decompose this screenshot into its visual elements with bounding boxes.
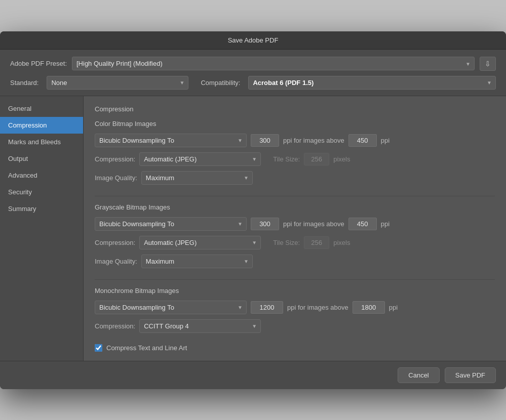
color-compression-row: Compression: Automatic (JPEG) ▼ Tile Siz… — [95, 152, 495, 166]
grayscale-bitmap-section: Grayscale Bitmap Images Bicubic Downsamp… — [95, 203, 495, 268]
color-ppi-above-input[interactable] — [348, 134, 377, 147]
sidebar-item-security[interactable]: Security — [0, 184, 83, 200]
sidebar-item-marks-bleeds[interactable]: Marks and Bleeds — [0, 134, 83, 150]
sidebar-item-summary[interactable]: Summary — [0, 200, 83, 217]
color-quality-row: Image Quality: Maximum ▼ — [95, 171, 495, 185]
compatibility-label: Compatibility: — [201, 79, 240, 87]
sidebar-item-general[interactable]: General — [0, 100, 83, 117]
sidebar-item-compression[interactable]: Compression — [0, 117, 83, 134]
compress-text-label: Compress Text and Line Art — [106, 344, 187, 352]
grayscale-compression-label: Compression: — [95, 239, 135, 246]
monochrome-compression-label: Compression: — [95, 322, 135, 330]
monochrome-downsampling-select[interactable]: Bicubic Downsampling To — [95, 301, 247, 314]
save-pdf-dialog: Save Adobe PDF Adobe PDF Preset: [High Q… — [0, 31, 506, 389]
dialog-title: Save Adobe PDF — [228, 36, 279, 44]
monochrome-downsampling-row: Bicubic Downsampling To ▼ ppi for images… — [95, 301, 495, 314]
sidebar-item-output[interactable]: Output — [0, 150, 83, 167]
grayscale-quality-label: Image Quality: — [95, 258, 137, 265]
color-tile-label: Tile Size: — [273, 155, 300, 163]
color-ppi-label: ppi — [381, 137, 390, 144]
sidebar-item-advanced[interactable]: Advanced — [0, 167, 83, 184]
color-tile-input — [304, 153, 329, 165]
grayscale-downsampling-row: Bicubic Downsampling To ▼ ppi for images… — [95, 217, 495, 231]
grayscale-ppi-input[interactable] — [251, 218, 279, 230]
grayscale-tile-label: Tile Size: — [273, 239, 300, 246]
monochrome-compression-select[interactable]: CCITT Group 4 — [139, 319, 261, 333]
color-ppi-above-label: ppi for images above — [283, 137, 344, 144]
preset-select[interactable]: [High Quality Print] (Modified) — [72, 57, 475, 70]
color-quality-select[interactable]: Maximum — [141, 171, 253, 185]
monochrome-ppi-label: ppi — [389, 304, 398, 311]
grayscale-compression-row: Compression: Automatic (JPEG) ▼ Tile Siz… — [95, 236, 495, 249]
monochrome-bitmap-section: Monochrome Bitmap Images Bicubic Downsam… — [95, 287, 495, 333]
color-compression-select[interactable]: Automatic (JPEG) — [139, 152, 261, 166]
grayscale-quality-row: Image Quality: Maximum ▼ — [95, 255, 495, 268]
grayscale-ppi-above-input[interactable] — [348, 218, 377, 230]
main-content: General Compression Marks and Bleeds Out… — [0, 96, 506, 361]
monochrome-ppi-above-label: ppi for images above — [287, 304, 348, 311]
grayscale-downsampling-select[interactable]: Bicubic Downsampling To — [95, 217, 247, 231]
top-section: Adobe PDF Preset: [High Quality Print] (… — [0, 50, 506, 96]
section-title: Compression — [95, 105, 495, 113]
monochrome-ppi-above-input[interactable] — [353, 301, 385, 314]
cancel-button[interactable]: Cancel — [398, 367, 439, 383]
color-ppi-input[interactable] — [251, 134, 279, 147]
compress-text-checkbox[interactable] — [95, 344, 102, 352]
divider-1 — [95, 196, 495, 196]
title-bar: Save Adobe PDF — [0, 31, 506, 50]
color-pixels-label: pixels — [333, 155, 350, 163]
compress-text-row: Compress Text and Line Art — [95, 344, 495, 352]
grayscale-tile-input — [304, 236, 329, 249]
grayscale-ppi-above-label: ppi for images above — [283, 220, 344, 228]
color-compression-label: Compression: — [95, 155, 135, 163]
compatibility-select[interactable]: Acrobat 6 (PDF 1.5) — [248, 76, 496, 90]
sidebar: General Compression Marks and Bleeds Out… — [0, 96, 84, 361]
color-downsampling-select[interactable]: Bicubic Downsampling To — [95, 134, 247, 147]
grayscale-bitmap-title: Grayscale Bitmap Images — [95, 203, 495, 211]
color-downsampling-row: Bicubic Downsampling To ▼ ppi for images… — [95, 134, 495, 147]
save-pdf-button[interactable]: Save PDF — [445, 367, 496, 383]
preset-label: Adobe PDF Preset: — [10, 60, 67, 67]
monochrome-ppi-input[interactable] — [251, 301, 283, 314]
content-area: Compression Color Bitmap Images Bicubic … — [84, 96, 506, 361]
color-bitmap-section: Color Bitmap Images Bicubic Downsampling… — [95, 120, 495, 185]
color-bitmap-title: Color Bitmap Images — [95, 120, 495, 128]
grayscale-pixels-label: pixels — [333, 239, 350, 246]
grayscale-compression-select[interactable]: Automatic (JPEG) — [139, 236, 261, 249]
color-quality-label: Image Quality: — [95, 174, 137, 182]
monochrome-bitmap-title: Monochrome Bitmap Images — [95, 287, 495, 295]
monochrome-compression-row: Compression: CCITT Group 4 ▼ — [95, 319, 495, 333]
download-button[interactable]: ⇩ — [480, 57, 496, 71]
standard-label: Standard: — [10, 79, 38, 87]
footer: Cancel Save PDF — [0, 361, 506, 389]
standard-select[interactable]: None — [47, 76, 188, 90]
grayscale-quality-select[interactable]: Maximum — [141, 255, 253, 268]
divider-2 — [95, 279, 495, 280]
grayscale-ppi-label: ppi — [381, 220, 390, 228]
